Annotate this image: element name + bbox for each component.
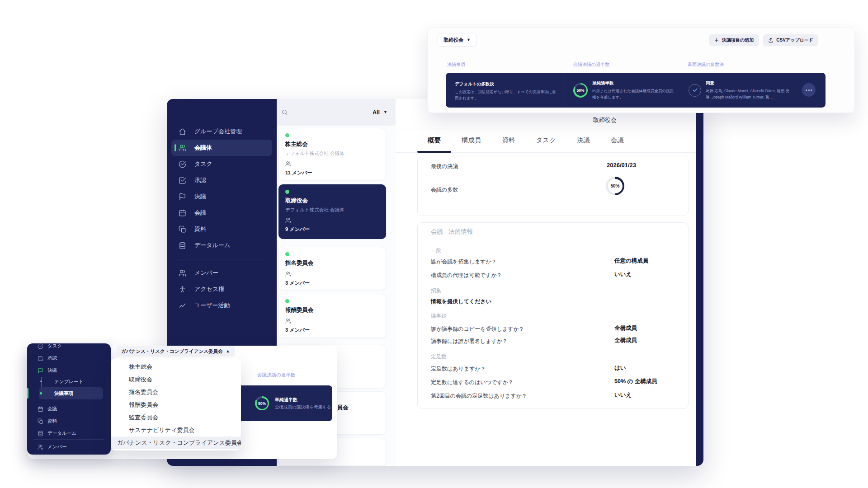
committee-card-compensation[interactable]: 報酬委員会 3 メンバー [278, 294, 386, 338]
menu-item-board[interactable]: 取締役会 [111, 373, 241, 386]
upload-icon [768, 38, 774, 43]
active-indicator-bar [27, 388, 28, 399]
member-count: 9 メンバー [285, 226, 379, 233]
search-icon[interactable] [281, 109, 288, 116]
menu-item-nomination[interactable]: 指名委員会 [111, 386, 241, 399]
consent-members: 葛飾 応為, Claude Monet, Albrecht Dürer, 尾形 … [706, 88, 793, 100]
legal-row: 定足数に達するのはいつですか？ 50% の 全構成員 [431, 378, 679, 385]
question: 定足数はありますか？ [431, 366, 486, 372]
mini-sidebar-item-documents[interactable]: 資料 [27, 415, 111, 427]
legal-row: 情報を提供してください [431, 297, 679, 304]
documents-icon [179, 225, 186, 233]
answer: いいえ [614, 271, 632, 278]
menu-item-audit[interactable]: 監査委員会 [111, 411, 241, 424]
tab-meetings[interactable]: 会議 [600, 128, 634, 152]
committee-title: 報酬委員会 [285, 306, 379, 314]
sidebar-item-group-companies[interactable]: グループ会社管理 [167, 123, 277, 140]
documents-icon [38, 418, 43, 424]
chevron-down-icon: ▼ [383, 110, 387, 114]
sidebar-item-meetings[interactable]: 会議 [167, 205, 277, 221]
answer: 全構成員 [614, 324, 637, 332]
list-search-bar: All ▼ [277, 99, 396, 126]
committee-card-nomination[interactable]: 指名委員会 3 メンバー [278, 247, 386, 290]
mini-sidebar-item-members[interactable]: メンバー [27, 441, 111, 453]
column-header: 決議事項 [447, 61, 465, 68]
sidebar-item-label: 承認 [194, 176, 206, 184]
sidebar-item-resolutions[interactable]: 決議 [167, 188, 277, 205]
mini-sidebar-item-dataroom[interactable]: データルーム [27, 427, 111, 439]
active-dot [40, 392, 42, 394]
summary-label: 最後の決議 [431, 163, 458, 170]
committee-title: 取締役会 [285, 197, 379, 205]
resolution-items-panel: 取締役会 ▼ 決議項目の追加 CSVアップロード 決議事項 会議決議の過半数 書… [427, 27, 855, 113]
menu-item-shareholders[interactable]: 株主総会 [111, 361, 241, 373]
sidebar-item-label: タスク [194, 160, 212, 168]
sidebar-item-documents[interactable]: 資料 [167, 221, 277, 237]
sidebar-item-bodies[interactable]: 会議体 [171, 140, 272, 156]
menu-item-sustainability[interactable]: サステナビリティ委員会 [111, 424, 241, 436]
page: グループ会社管理 会議体 タスク 承認 決議 会議 [0, 0, 868, 488]
tab-bar: 概要 構成員 資料 タスク 決議 会議 [396, 128, 696, 153]
consent-title: 同意 [706, 80, 793, 86]
users-icon [179, 144, 186, 152]
check-square-icon [38, 356, 43, 361]
sidebar-item-members[interactable]: メンバー [167, 265, 277, 281]
sidebar-item-approvals[interactable]: 承認 [167, 172, 277, 188]
default-majority-row[interactable]: デフォルトの多数決 この設定は、別途指定がない限り、すべての決議事項に適用されま… [446, 73, 826, 108]
question: 第2回目の会議の定足数はありますか？ [431, 393, 527, 399]
tab-members[interactable]: 構成員 [451, 128, 492, 152]
chevron-up-icon: ▲ [226, 349, 230, 353]
menu-item-governance[interactable]: ガバナンス・リスク・コンプライアンス委員会 [111, 436, 241, 449]
status-dot [285, 190, 289, 194]
calendar-icon [38, 406, 43, 412]
mini-sidebar: タスク 承認 決議 テンプレート 決議事項 会議 資料 [27, 343, 111, 455]
column-divider [681, 62, 681, 67]
page-title: 取締役会 [593, 116, 617, 124]
committee-selector-dropdown[interactable]: 取締役会 ▼ [438, 33, 476, 47]
more-options-button[interactable] [802, 83, 816, 97]
mini-sidebar-item-meetings[interactable]: 会議 [27, 403, 111, 415]
sidebar-item-dataroom[interactable]: データルーム [167, 237, 277, 253]
mini-sidebar-item-resolutions[interactable]: 決議 [27, 365, 111, 376]
committee-card-shareholders[interactable]: 株主総会 デフォルト株式会社 会議体 11 メンバー [278, 128, 386, 180]
sidebar-item-access-rights[interactable]: アクセス権 [167, 281, 277, 297]
accessibility-icon [179, 286, 186, 293]
tab-tasks[interactable]: タスク [526, 128, 567, 152]
member-count: 11 メンバー [285, 169, 379, 176]
mini-sidebar-item-approvals[interactable]: 承認 [27, 352, 111, 364]
csv-upload-button[interactable]: CSVアップロード [763, 34, 818, 46]
sidebar-item-label: 会議 [194, 209, 206, 217]
list-filter-dropdown[interactable]: All ▼ [373, 109, 387, 116]
question: 誰が会議を招集しますか？ [431, 258, 497, 265]
mini-sidebar-active-label[interactable]: 決議事項 [54, 390, 73, 397]
written-majority-cell: 同意 葛飾 応為, Claude Monet, Albrecht Dürer, … [681, 73, 826, 108]
majority-percent: 50% [610, 183, 619, 188]
member-count: 3 メンバー [285, 327, 379, 333]
check-square-icon [179, 177, 186, 184]
committee-card-board[interactable]: 取締役会 デフォルト株式会社 会議体 9 メンバー [278, 184, 386, 239]
sidebar-item-user-activity[interactable]: ユーザー活動 [167, 297, 277, 314]
sidebar-item-label: 会議体 [194, 144, 212, 152]
add-resolution-item-button[interactable]: 決議項目の追加 [709, 34, 759, 46]
tab-overview[interactable]: 概要 [417, 128, 451, 152]
mini-sidebar-item-tasks[interactable]: タスク [27, 343, 111, 352]
majority-donut: 50% [573, 83, 588, 98]
check-icon [689, 84, 701, 97]
tree-node [40, 380, 42, 382]
sidebar-item-tasks[interactable]: タスク [167, 156, 277, 172]
sidebar-item-label: アクセス権 [194, 285, 224, 293]
meeting-majority-donut: 50% [606, 177, 624, 195]
answer: 50% の 全構成員 [614, 378, 657, 385]
status-dot [285, 299, 289, 303]
tab-documents[interactable]: 資料 [492, 128, 526, 152]
mini-sidebar-item-templates[interactable]: テンプレート [54, 379, 83, 385]
users-icon [179, 269, 186, 277]
rule-description: この設定は、別途指定がない限り、すべての決議事項に適用されます。 [455, 89, 557, 101]
menu-item-compensation[interactable]: 報酬委員会 [111, 399, 241, 411]
section-heading: 会議 - 法的情報 [431, 228, 473, 236]
majority-donut: 50% [255, 396, 269, 410]
tab-resolutions[interactable]: 決議 [566, 128, 600, 152]
subsection-heading: 招集 [431, 287, 441, 294]
committee-selector-dropdown-open[interactable]: ガバナンス・リスク・コンプライアンス委員会 ▲ [116, 346, 235, 357]
flag-icon [179, 193, 186, 201]
